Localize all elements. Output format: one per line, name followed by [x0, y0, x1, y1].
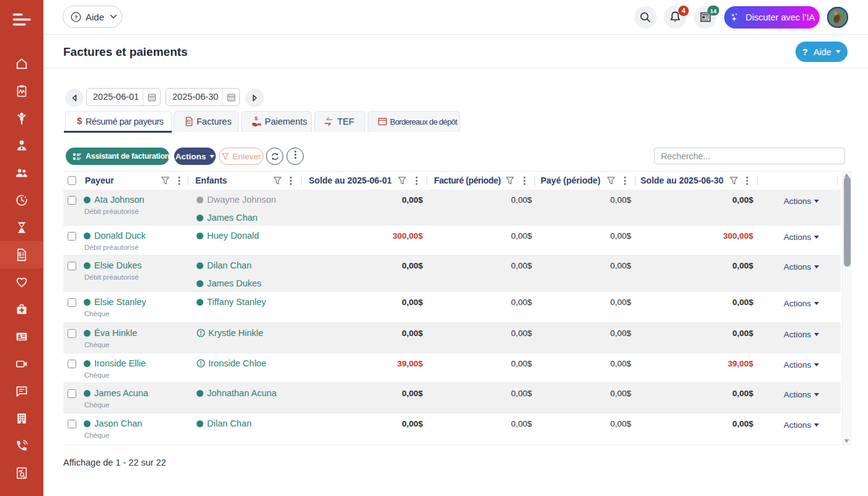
svg-text:$: $ [19, 251, 22, 257]
svg-text:$: $ [255, 115, 258, 122]
svg-text:$: $ [187, 119, 188, 123]
svg-text:?: ? [74, 14, 78, 20]
